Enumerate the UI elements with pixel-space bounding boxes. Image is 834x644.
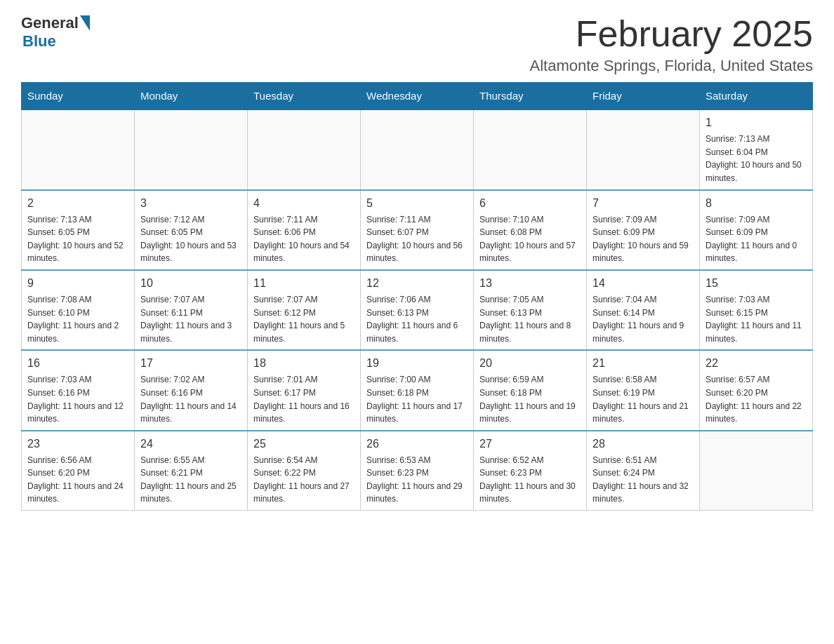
- calendar-day-cell: 10Sunrise: 7:07 AMSunset: 6:11 PMDayligh…: [135, 270, 248, 350]
- day-number: 22: [706, 355, 807, 372]
- day-info: Sunrise: 7:08 AMSunset: 6:10 PMDaylight:…: [27, 293, 128, 345]
- day-info: Sunrise: 7:00 AMSunset: 6:18 PMDaylight:…: [366, 373, 468, 425]
- day-number: 9: [27, 275, 128, 292]
- day-info: Sunrise: 6:52 AMSunset: 6:23 PMDaylight:…: [479, 454, 581, 506]
- calendar-day-cell: 4Sunrise: 7:11 AMSunset: 6:06 PMDaylight…: [248, 190, 361, 270]
- day-number: 26: [366, 436, 468, 452]
- calendar-day-cell: 12Sunrise: 7:06 AMSunset: 6:13 PMDayligh…: [361, 270, 474, 350]
- day-info: Sunrise: 7:02 AMSunset: 6:16 PMDaylight:…: [140, 373, 241, 425]
- logo-triangle-icon: [80, 15, 90, 31]
- calendar-day-cell: 26Sunrise: 6:53 AMSunset: 6:23 PMDayligh…: [361, 431, 474, 511]
- day-number: 28: [593, 436, 694, 452]
- day-info: Sunrise: 7:12 AMSunset: 6:05 PMDaylight:…: [140, 213, 241, 265]
- day-info: Sunrise: 6:56 AMSunset: 6:20 PMDaylight:…: [27, 454, 128, 506]
- calendar-day-cell: 13Sunrise: 7:05 AMSunset: 6:13 PMDayligh…: [474, 270, 587, 350]
- calendar-day-cell: 3Sunrise: 7:12 AMSunset: 6:05 PMDaylight…: [135, 190, 248, 270]
- location-title: Altamonte Springs, Florida, United State…: [529, 57, 813, 75]
- day-info: Sunrise: 6:58 AMSunset: 6:19 PMDaylight:…: [593, 373, 694, 425]
- day-number: 27: [479, 436, 581, 452]
- calendar-day-cell: 17Sunrise: 7:02 AMSunset: 6:16 PMDayligh…: [135, 350, 248, 430]
- calendar-day-cell: 23Sunrise: 6:56 AMSunset: 6:20 PMDayligh…: [22, 431, 135, 511]
- calendar-day-cell: 19Sunrise: 7:00 AMSunset: 6:18 PMDayligh…: [361, 350, 474, 430]
- calendar-day-cell: 20Sunrise: 6:59 AMSunset: 6:18 PMDayligh…: [474, 350, 587, 430]
- calendar-week-row: 16Sunrise: 7:03 AMSunset: 6:16 PMDayligh…: [22, 350, 813, 430]
- calendar-day-cell: 27Sunrise: 6:52 AMSunset: 6:23 PMDayligh…: [474, 431, 587, 511]
- day-number: 11: [253, 275, 355, 292]
- calendar-day-cell: [135, 109, 248, 189]
- calendar-week-row: 9Sunrise: 7:08 AMSunset: 6:10 PMDaylight…: [22, 270, 813, 350]
- day-info: Sunrise: 6:53 AMSunset: 6:23 PMDaylight:…: [366, 454, 468, 506]
- weekday-header: Friday: [587, 83, 700, 110]
- day-info: Sunrise: 7:13 AMSunset: 6:04 PMDaylight:…: [706, 133, 807, 185]
- weekday-header: Tuesday: [248, 83, 361, 110]
- calendar-day-cell: 28Sunrise: 6:51 AMSunset: 6:24 PMDayligh…: [587, 431, 700, 511]
- weekday-header: Wednesday: [361, 83, 474, 110]
- calendar-day-cell: 11Sunrise: 7:07 AMSunset: 6:12 PMDayligh…: [248, 270, 361, 350]
- day-number: 5: [366, 195, 468, 212]
- day-info: Sunrise: 7:13 AMSunset: 6:05 PMDaylight:…: [27, 213, 128, 265]
- day-number: 14: [593, 275, 694, 292]
- day-number: 8: [706, 195, 807, 212]
- calendar-day-cell: [361, 109, 474, 189]
- calendar-day-cell: 1Sunrise: 7:13 AMSunset: 6:04 PMDaylight…: [700, 109, 813, 189]
- day-number: 17: [140, 355, 241, 372]
- logo-general-text: General: [21, 14, 79, 32]
- weekday-header: Thursday: [474, 83, 587, 110]
- day-number: 20: [479, 355, 581, 372]
- page-header: General Blue February 2025 Altamonte Spr…: [21, 14, 813, 75]
- day-info: Sunrise: 7:09 AMSunset: 6:09 PMDaylight:…: [593, 213, 694, 265]
- day-info: Sunrise: 7:03 AMSunset: 6:16 PMDaylight:…: [27, 373, 128, 425]
- day-info: Sunrise: 6:57 AMSunset: 6:20 PMDaylight:…: [706, 373, 807, 425]
- day-info: Sunrise: 6:51 AMSunset: 6:24 PMDaylight:…: [593, 454, 694, 506]
- day-number: 7: [593, 195, 694, 212]
- day-number: 23: [27, 436, 128, 452]
- calendar-header-row: SundayMondayTuesdayWednesdayThursdayFrid…: [22, 83, 813, 110]
- day-number: 3: [140, 195, 241, 212]
- weekday-header: Saturday: [700, 83, 813, 110]
- day-number: 15: [706, 275, 807, 292]
- day-number: 4: [253, 195, 355, 212]
- month-title: February 2025: [529, 14, 813, 54]
- calendar-day-cell: 21Sunrise: 6:58 AMSunset: 6:19 PMDayligh…: [587, 350, 700, 430]
- calendar-day-cell: [700, 431, 813, 511]
- calendar-day-cell: 16Sunrise: 7:03 AMSunset: 6:16 PMDayligh…: [22, 350, 135, 430]
- day-info: Sunrise: 6:54 AMSunset: 6:22 PMDaylight:…: [253, 454, 355, 506]
- calendar-day-cell: 22Sunrise: 6:57 AMSunset: 6:20 PMDayligh…: [700, 350, 813, 430]
- calendar-day-cell: 5Sunrise: 7:11 AMSunset: 6:07 PMDaylight…: [361, 190, 474, 270]
- calendar-day-cell: 6Sunrise: 7:10 AMSunset: 6:08 PMDaylight…: [474, 190, 587, 270]
- weekday-header: Sunday: [22, 83, 135, 110]
- day-number: 1: [706, 114, 807, 131]
- calendar-week-row: 23Sunrise: 6:56 AMSunset: 6:20 PMDayligh…: [22, 431, 813, 511]
- title-section: February 2025 Altamonte Springs, Florida…: [529, 14, 813, 75]
- day-info: Sunrise: 7:03 AMSunset: 6:15 PMDaylight:…: [706, 293, 807, 345]
- logo: General Blue: [21, 14, 90, 51]
- calendar-day-cell: [22, 109, 135, 189]
- day-number: 13: [479, 275, 581, 292]
- day-info: Sunrise: 6:59 AMSunset: 6:18 PMDaylight:…: [479, 373, 581, 425]
- calendar-week-row: 2Sunrise: 7:13 AMSunset: 6:05 PMDaylight…: [22, 190, 813, 270]
- day-number: 25: [253, 436, 355, 452]
- day-number: 12: [366, 275, 468, 292]
- calendar-day-cell: 7Sunrise: 7:09 AMSunset: 6:09 PMDaylight…: [587, 190, 700, 270]
- calendar-day-cell: 24Sunrise: 6:55 AMSunset: 6:21 PMDayligh…: [135, 431, 248, 511]
- day-info: Sunrise: 7:11 AMSunset: 6:06 PMDaylight:…: [253, 213, 355, 265]
- day-number: 16: [27, 355, 128, 372]
- weekday-header: Monday: [135, 83, 248, 110]
- day-number: 19: [366, 355, 468, 372]
- calendar-day-cell: 25Sunrise: 6:54 AMSunset: 6:22 PMDayligh…: [248, 431, 361, 511]
- day-number: 10: [140, 275, 241, 292]
- logo-blue-text: Blue: [22, 32, 56, 51]
- day-info: Sunrise: 7:05 AMSunset: 6:13 PMDaylight:…: [479, 293, 581, 345]
- day-info: Sunrise: 7:01 AMSunset: 6:17 PMDaylight:…: [253, 373, 355, 425]
- calendar-table: SundayMondayTuesdayWednesdayThursdayFrid…: [21, 82, 813, 511]
- calendar-day-cell: [474, 109, 587, 189]
- calendar-day-cell: 8Sunrise: 7:09 AMSunset: 6:09 PMDaylight…: [700, 190, 813, 270]
- calendar-day-cell: [248, 109, 361, 189]
- day-info: Sunrise: 7:04 AMSunset: 6:14 PMDaylight:…: [593, 293, 694, 345]
- day-info: Sunrise: 7:07 AMSunset: 6:12 PMDaylight:…: [253, 293, 355, 345]
- calendar-day-cell: 2Sunrise: 7:13 AMSunset: 6:05 PMDaylight…: [22, 190, 135, 270]
- day-number: 24: [140, 436, 241, 452]
- day-info: Sunrise: 7:06 AMSunset: 6:13 PMDaylight:…: [366, 293, 468, 345]
- day-number: 2: [27, 195, 128, 212]
- day-info: Sunrise: 7:09 AMSunset: 6:09 PMDaylight:…: [706, 213, 807, 265]
